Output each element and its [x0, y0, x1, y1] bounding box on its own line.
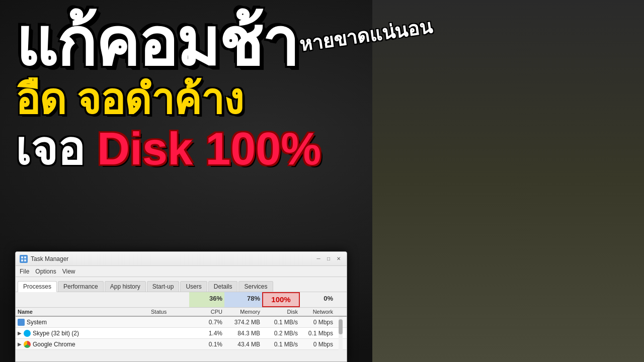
col-cpu[interactable]: CPU: [189, 309, 224, 315]
task-manager-window: Task Manager ─ □ ✕ File Options View Pro…: [15, 251, 347, 362]
percentage-header: 36% 78% 100% 0%: [16, 292, 347, 308]
process-name-skype: ▶ Skype (32 bit) (2): [16, 330, 149, 337]
system-memory: 374.2 MB: [224, 319, 262, 326]
person-background: [372, 0, 644, 362]
system-icon: [18, 319, 25, 326]
scroll-thumb[interactable]: [339, 319, 343, 334]
minimize-button[interactable]: ─: [314, 255, 323, 263]
skype-icon: [24, 330, 31, 337]
tabs-container: Processes Performance App history Start-…: [16, 277, 347, 292]
taskmanager-icon: [20, 255, 28, 263]
svg-rect-2: [21, 256, 23, 258]
pct-memory: 78%: [224, 292, 262, 307]
disk-text-highlight: Disk 100%: [97, 124, 321, 174]
scrollbar[interactable]: [339, 317, 343, 350]
chrome-network: 0 Mbps: [300, 341, 335, 348]
process-list: System 0.7% 374.2 MB 0.1 MB/s 0 Mbps ▶ S…: [16, 317, 347, 350]
disk-text-thai: เจอ: [15, 124, 85, 174]
window-title: Task Manager: [31, 255, 68, 262]
chrome-disk: 0.1 MB/s: [262, 341, 300, 348]
window-controls[interactable]: ─ □ ✕: [314, 255, 343, 263]
chrome-memory: 43.4 MB: [224, 341, 262, 348]
main-title: แก้คอมช้า: [15, 10, 367, 75]
thumbnail-container: หายขาดแน่นอน แก้คอมช้า อืด จอดำค้าง เจอ …: [0, 0, 644, 362]
tab-startup[interactable]: Start-up: [147, 281, 180, 292]
svg-rect-3: [24, 256, 26, 258]
tab-details[interactable]: Details: [208, 281, 238, 292]
skype-cpu: 1.4%: [189, 330, 224, 337]
tab-processes[interactable]: Processes: [18, 281, 57, 292]
col-disk[interactable]: Disk: [262, 309, 300, 315]
system-label: System: [27, 319, 47, 326]
menubar: File Options View: [16, 266, 347, 277]
title-left: Task Manager: [20, 255, 68, 263]
tab-performance[interactable]: Performance: [58, 281, 104, 292]
tab-users[interactable]: Users: [180, 281, 207, 292]
col-network[interactable]: Network: [300, 309, 335, 315]
table-row[interactable]: ▶ Skype (32 bit) (2) 1.4% 84.3 MB 0.2 MB…: [16, 328, 347, 339]
expand-chevron-icon[interactable]: ▶: [18, 341, 22, 347]
process-name-chrome: ▶ Google Chrome: [16, 341, 149, 348]
titlebar: Task Manager ─ □ ✕: [16, 252, 347, 266]
menu-view[interactable]: View: [62, 268, 75, 275]
tab-services[interactable]: Services: [238, 281, 273, 292]
table-row[interactable]: ▶ Google Chrome 0.1% 43.4 MB 0.1 MB/s 0 …: [16, 339, 347, 350]
pct-network: 0%: [300, 292, 335, 307]
process-name-system: System: [16, 319, 149, 326]
subtitle: อืด จอดำค้าง: [15, 78, 367, 121]
menu-options[interactable]: Options: [35, 268, 56, 275]
menu-file[interactable]: File: [20, 268, 29, 275]
col-memory[interactable]: Memory: [224, 309, 262, 315]
expand-chevron-icon[interactable]: ▶: [18, 330, 22, 336]
chrome-label: Google Chrome: [33, 341, 75, 348]
skype-network: 0.1 Mbps: [300, 330, 335, 337]
col-name[interactable]: Name: [16, 309, 149, 315]
col-status[interactable]: Status: [149, 309, 189, 315]
disk-text: เจอ Disk 100%: [15, 126, 367, 171]
text-area: แก้คอมช้า อืด จอดำค้าง เจอ Disk 100%: [15, 10, 367, 171]
tab-app-history[interactable]: App history: [105, 281, 146, 292]
system-cpu: 0.7%: [189, 319, 224, 326]
table-row[interactable]: System 0.7% 374.2 MB 0.1 MB/s 0 Mbps: [16, 317, 347, 328]
system-disk: 0.1 MB/s: [262, 319, 300, 326]
column-headers: Name Status CPU Memory Disk Network: [16, 308, 347, 317]
pct-spacer-status: [149, 292, 189, 305]
pct-disk: 100%: [262, 292, 300, 307]
svg-rect-5: [24, 259, 26, 261]
skype-label: Skype (32 bit) (2): [33, 330, 79, 337]
maximize-button[interactable]: □: [325, 255, 333, 263]
pct-cpu: 36%: [189, 292, 224, 307]
svg-rect-4: [21, 259, 23, 261]
pct-spacer-name: [16, 292, 149, 305]
close-button[interactable]: ✕: [335, 255, 343, 263]
skype-memory: 84.3 MB: [224, 330, 262, 337]
system-network: 0 Mbps: [300, 319, 335, 326]
chrome-icon: [24, 341, 31, 348]
chrome-cpu: 0.1%: [189, 341, 224, 348]
skype-disk: 0.2 MB/s: [262, 330, 300, 337]
